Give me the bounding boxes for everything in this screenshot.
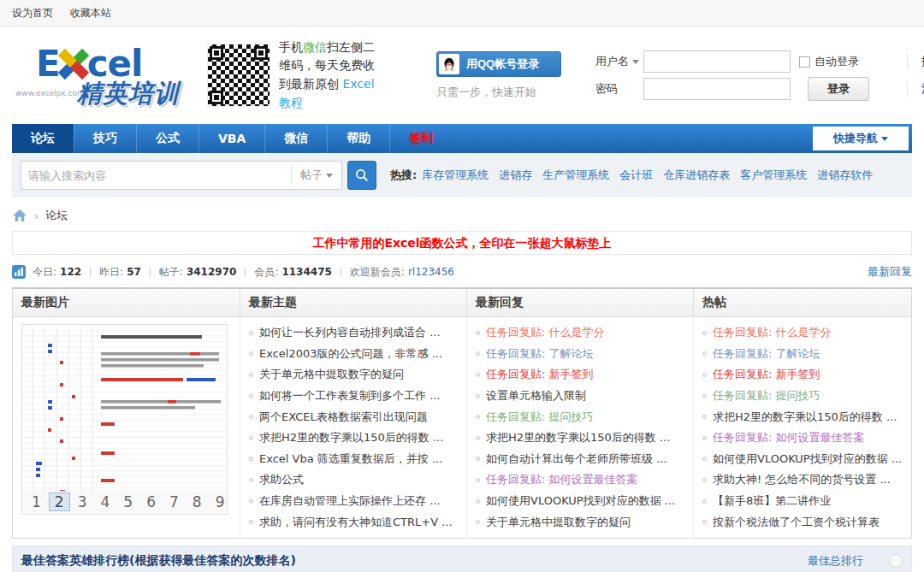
stats-divider: [150, 268, 151, 277]
hot-post-list-item[interactable]: 按新个税法做了个工资个税计算表: [694, 511, 911, 533]
password-input[interactable]: [643, 78, 791, 100]
nav-tab[interactable]: 签到: [389, 124, 452, 153]
topic-list-item[interactable]: 两个EXCEL表格数据索引出现问题: [240, 406, 466, 428]
hot-post-title: 任务回复贴: 了解论坛: [713, 346, 820, 362]
hot-post-list-item[interactable]: 如何使用VLOOKUP找到对应的数据 ...: [694, 449, 911, 470]
search-icon: [354, 168, 370, 183]
reply-list-item[interactable]: 任务回复贴: 提问技巧: [467, 406, 693, 428]
search-button[interactable]: [347, 161, 376, 190]
reply-title: 如何使用VLOOKUP找到对应的数据 ...: [486, 493, 675, 509]
hot-post-list-item[interactable]: 求把H2里的数字乘以150后的得数 ...: [694, 406, 911, 428]
chevron-down-icon: [881, 137, 888, 141]
search-scope-value: 帖子: [300, 168, 323, 183]
topic-list-item[interactable]: 如何让一长列内容自动排列成适合 ...: [240, 322, 466, 344]
topic-list-item[interactable]: Excel Vba 筛选重复数据后，并按 ...: [240, 449, 466, 470]
bullet-icon: [249, 331, 253, 335]
column-header-latest-replies: 最新回复: [466, 289, 693, 316]
bullet-icon: [476, 457, 480, 461]
collapse-toggle-icon[interactable]: [889, 554, 903, 568]
hot-search-links: 库存管理系统进销存生产管理系统会计班仓库进销存表客户管理系统进销存软件: [422, 168, 883, 183]
image-page-number[interactable]: 5: [117, 492, 139, 511]
qr-finder-icon: [254, 46, 268, 60]
reply-list-item[interactable]: 任务回复贴: 了解论坛: [467, 344, 693, 365]
bullet-icon: [702, 478, 707, 482]
set-home-link[interactable]: 设为首页: [12, 7, 53, 19]
topic-list-item[interactable]: 关于单元格中提取数字的疑问: [240, 364, 466, 386]
search-input[interactable]: [21, 162, 291, 188]
login-button[interactable]: 登录: [808, 77, 869, 101]
bullet-icon: [702, 520, 707, 524]
search-scope-select[interactable]: 帖子: [291, 166, 341, 185]
announcement-link[interactable]: 工作中常用的Excel函数公式，全印在一张超大鼠标垫上: [312, 236, 611, 250]
hot-post-list-item[interactable]: 任务回复贴: 什么是学分: [694, 322, 911, 344]
reply-list-item[interactable]: 任务回复贴: 如何设置最佳答案: [467, 469, 693, 491]
bullet-icon: [702, 436, 707, 440]
hot-keyword-link[interactable]: 仓库进销存表: [663, 168, 730, 183]
qr-finder-icon: [210, 91, 223, 104]
reply-list-item[interactable]: 任务回复贴: 新手签到: [467, 364, 693, 386]
site-logo[interactable]: E cel www.excelpx.com 精英培训: [12, 36, 195, 115]
nav-tab[interactable]: VBA: [198, 124, 264, 153]
hot-post-list-item[interactable]: 任务回复贴: 如何设置最佳答案: [694, 428, 911, 449]
username-input[interactable]: [643, 50, 791, 73]
image-page-number[interactable]: 1: [26, 492, 47, 511]
qq-login-button[interactable]: 用QQ帐号登录: [436, 51, 561, 77]
topic-list-item[interactable]: 求助，请问有没有大神知道CTRL+V ...: [240, 511, 466, 533]
reply-list-item[interactable]: 如何使用VLOOKUP找到对应的数据 ...: [467, 491, 693, 512]
reply-list-item[interactable]: 如何自动计算出每个老师所带班级 ...: [467, 449, 693, 470]
bullet-icon: [476, 415, 480, 419]
image-page-number[interactable]: 9: [210, 492, 228, 511]
hot-posts-column: 任务回复贴: 什么是学分 任务回复贴: 了解论坛 任务回复贴: 新手签到 任务回…: [693, 317, 911, 538]
hot-keyword-link[interactable]: 生产管理系统: [542, 168, 609, 183]
reply-list-item[interactable]: 求把H2里的数字乘以150后的得数 ...: [467, 428, 693, 449]
topic-list-item[interactable]: 如何将一个工作表复制到多个工作 ...: [240, 386, 466, 407]
breadcrumb-forum[interactable]: 论坛: [45, 208, 68, 223]
nav-tab[interactable]: 公式: [136, 124, 198, 153]
username-type-dropdown-icon[interactable]: [632, 60, 639, 64]
reply-title: 设置单元格输入限制: [486, 388, 586, 404]
search-box: 帖子: [21, 161, 342, 190]
hot-keyword-link[interactable]: 进销存软件: [817, 168, 873, 183]
hot-post-title: 任务回复贴: 什么是学分: [713, 325, 832, 340]
home-icon[interactable]: [12, 209, 27, 222]
bullet-icon: [476, 331, 480, 335]
reply-title: 如何自动计算出每个老师所带班级 ...: [486, 451, 667, 467]
hot-post-list-item[interactable]: 求助大神! 怎么给不同的货号设置 ...: [694, 469, 911, 491]
topic-list-item[interactable]: 求把H2里的数字乘以150后的得数 ...: [240, 428, 466, 449]
hot-post-list-item[interactable]: 任务回复贴: 了解论坛: [694, 344, 911, 365]
hot-keyword-link[interactable]: 客户管理系统: [740, 168, 807, 183]
image-page-number[interactable]: 3: [72, 492, 93, 511]
hot-post-list-item[interactable]: 【新手8班】第二讲作业: [694, 491, 911, 512]
yesterday-label: 昨日:: [99, 265, 123, 280]
bookmark-link[interactable]: 收藏本站: [70, 7, 111, 19]
nav-tab[interactable]: 技巧: [74, 124, 136, 153]
new-member-link[interactable]: rl123456: [408, 266, 454, 278]
hot-post-list-item[interactable]: 任务回复贴: 提问技巧: [694, 386, 911, 407]
image-page-number[interactable]: 8: [187, 492, 208, 511]
hot-keyword-link[interactable]: 进销存: [499, 168, 532, 183]
hot-keyword-link[interactable]: 库存管理系统: [422, 168, 489, 183]
reply-list-item[interactable]: 任务回复贴: 什么是学分: [467, 322, 693, 344]
image-page-number[interactable]: 6: [140, 492, 162, 511]
image-page-number[interactable]: 2: [49, 492, 70, 511]
nav-tab[interactable]: 帮助: [327, 124, 389, 153]
nav-tab[interactable]: 微信: [264, 124, 327, 153]
total-rank-link[interactable]: 最佳总排行: [808, 553, 863, 569]
topic-list-item[interactable]: 在库房自动管理上实际操作上还存 ...: [240, 491, 466, 512]
image-page-number[interactable]: 4: [94, 492, 116, 511]
hot-post-list-item[interactable]: 任务回复贴: 新手签到: [694, 364, 911, 386]
hot-keyword-link[interactable]: 会计班: [619, 168, 653, 183]
topic-list-item[interactable]: 求助公式: [240, 469, 466, 491]
quick-nav-button[interactable]: 快捷导航: [813, 127, 909, 150]
reply-list-item[interactable]: 设置单元格输入限制: [467, 386, 693, 407]
topic-list-item[interactable]: Excel2003版的公式问题，非常感 ...: [240, 344, 466, 365]
latest-image-thumbnail[interactable]: 123456789: [21, 324, 228, 515]
quick-nav-label: 快捷导航: [833, 131, 878, 146]
bullet-icon: [476, 394, 480, 398]
auto-login-checkbox[interactable]: [799, 56, 810, 68]
nav-tab[interactable]: 论坛: [12, 124, 74, 153]
image-page-number[interactable]: 7: [163, 492, 185, 511]
stats-divider: [90, 268, 91, 277]
latest-reply-link[interactable]: 最新回复: [868, 264, 912, 280]
reply-list-item[interactable]: 关于单元格中提取数字的疑问: [467, 511, 693, 533]
